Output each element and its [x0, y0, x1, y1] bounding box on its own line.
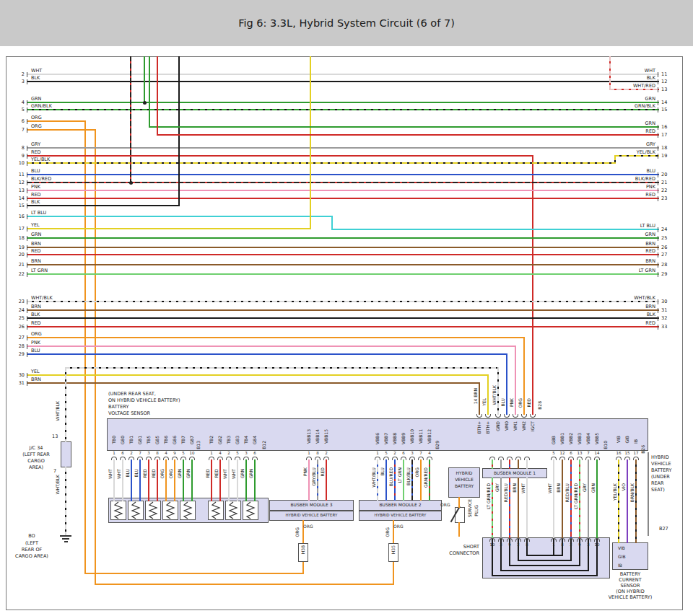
wire-segment: [27, 155, 533, 157]
wire-color-label: YEL: [31, 222, 40, 228]
connector-arc: [427, 457, 432, 460]
wire-color-label: BRN: [547, 241, 655, 247]
connector-arc: [111, 457, 117, 460]
wire-segment: [492, 459, 493, 469]
wire-color-label: GRY: [494, 483, 500, 492]
wire-segment: [27, 237, 659, 239]
wire-segment: [27, 190, 659, 191]
pin-tick: [658, 316, 658, 321]
wire-color-label: GRN/BLK: [31, 103, 52, 109]
wire-color-label: BRN/BLK: [629, 483, 635, 502]
wire-segment: [526, 478, 528, 538]
wire-segment: [27, 120, 86, 122]
pin-number: 29: [661, 271, 676, 277]
connector-arc: [577, 538, 583, 542]
pin-tick: [658, 299, 658, 304]
text-label: VEHICLE: [448, 477, 480, 483]
wire-color-label: RED/BLU: [565, 483, 570, 502]
connector-arc: [401, 457, 406, 460]
wire-segment: [317, 459, 318, 501]
battery-cell: [145, 501, 161, 520]
wire-segment: [458, 497, 460, 508]
battery-cell: [180, 501, 196, 520]
wire-color-label: GRN: [248, 469, 254, 478]
text-label: HYBRID: [448, 470, 480, 476]
wire-color-label: ORG: [160, 469, 165, 479]
pin-number: 11: [10, 172, 25, 177]
pin-number: 1: [549, 542, 558, 547]
sensor-pin-label: VBB14: [315, 429, 321, 444]
pin-number: 7: [584, 451, 593, 456]
pin-number: 2: [567, 542, 575, 547]
pin-number: 24: [10, 307, 25, 313]
wire-segment: [174, 459, 175, 501]
wire-color-label: ORG: [414, 467, 420, 478]
wire-color-label: RED: [205, 469, 211, 478]
pin-tick: [27, 214, 27, 219]
wire-segment: [27, 228, 311, 229]
pin-number: 6: [567, 451, 575, 456]
sensor-pin-label: G80: [120, 436, 126, 444]
text-label: CARGO: [14, 458, 58, 464]
pin-number: 16: [10, 214, 25, 219]
wire-color-label: PNK: [547, 184, 655, 190]
pin-number: 14: [661, 100, 676, 105]
text-label: 13: [52, 434, 58, 439]
pin-number: 31: [661, 307, 676, 313]
sensor-pin-label: TB0: [111, 436, 117, 444]
pin-tick: [27, 373, 27, 378]
wire-color-label: GRN: [547, 96, 655, 102]
text-label: PLUG: [474, 505, 479, 516]
wire-segment: [570, 459, 572, 538]
sensor-pin-label: VBB6: [375, 433, 380, 444]
wire-color-label: WHT: [116, 469, 122, 479]
pin-number: 2: [391, 451, 399, 456]
pin-tick: [27, 128, 27, 133]
text-label: HYBRID: [651, 454, 669, 460]
diagram-border: [6, 56, 683, 610]
text-label: SEAT): [651, 487, 665, 493]
wire-color-label: WHT/BLK: [31, 295, 53, 301]
pin-tick: [658, 87, 658, 92]
pin-tick: [27, 161, 27, 166]
pin-tick: [658, 263, 658, 268]
wire-segment: [479, 382, 480, 415]
pin-tick: [27, 299, 27, 304]
wire-segment: [27, 174, 659, 175]
sensor-pin-label: G83: [235, 436, 240, 444]
wire-segment: [95, 584, 394, 585]
text-label: HYBRID VEHICLE BATTERY: [269, 512, 354, 518]
text-label: ORG: [440, 502, 450, 508]
pin-number: 31: [10, 380, 25, 386]
wire-color-label: YEL/BLK: [547, 149, 655, 155]
battery-cell: [110, 501, 126, 520]
wire-color-label: LT BLU: [31, 210, 46, 216]
wire-segment: [506, 353, 507, 415]
pin-tick: [27, 352, 27, 357]
wire-segment: [183, 459, 184, 501]
wire-color-label: GRN/RED: [423, 467, 429, 488]
pin-number: 27: [10, 335, 25, 340]
connector-arc: [226, 457, 232, 460]
wire-segment: [420, 459, 422, 501]
wire-color-label: GRN: [186, 469, 191, 478]
connector-id: B10: [603, 441, 609, 449]
wire-segment: [27, 353, 507, 355]
wire-color-label: GRN: [31, 96, 41, 102]
pin-number: 24: [661, 226, 676, 232]
wire-color-label: ORG: [168, 469, 174, 479]
wire-color-label: WHT: [520, 483, 526, 493]
junction-dot: [129, 181, 133, 185]
sensor-pin-label: G81: [137, 436, 143, 444]
pin-number: 8: [153, 451, 162, 456]
sensor-pin-label: G82: [217, 436, 223, 444]
sensor-pin-label: VM0: [504, 421, 510, 431]
pin-number: 5: [233, 451, 242, 456]
text-label: WHT/BLK: [55, 401, 61, 421]
text-label: H38: [300, 545, 306, 554]
ground-symbol: [60, 535, 71, 537]
wiring-diagram: 238514 WHT1WHT6BLU2BLU7RED3RED8ORG4ORG9G…: [0, 0, 693, 616]
wire-color-label: WHT/BLK: [547, 295, 655, 301]
wire-color-label: BLU: [134, 469, 139, 478]
connector-arc: [489, 457, 495, 460]
